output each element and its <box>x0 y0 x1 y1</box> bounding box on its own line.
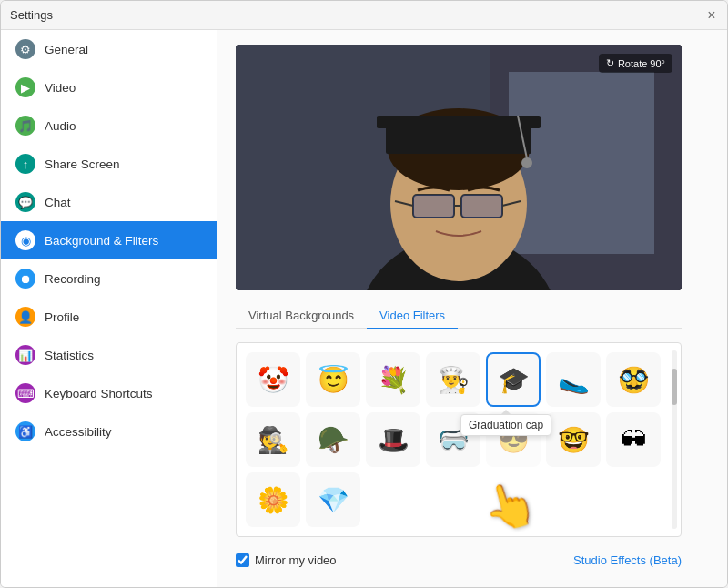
accessibility-icon: ♿ <box>15 421 35 441</box>
window-title: Settings <box>10 8 53 22</box>
mirror-label[interactable]: Mirror my video <box>236 553 337 567</box>
chat-icon: 💬 <box>15 192 35 212</box>
profile-icon: 👤 <box>15 307 35 327</box>
mirror-checkbox[interactable] <box>236 553 249 567</box>
filter-dark-shades[interactable]: 🕶 <box>606 412 661 467</box>
filter-dark-glasses[interactable]: 🤓 <box>546 412 601 467</box>
tabs-row: Virtual Backgrounds Video Filters <box>236 303 682 329</box>
sidebar-item-audio[interactable]: 🎵 Audio <box>1 106 217 145</box>
filters-container: 🤡 😇 💐 👨‍🍳 🎓 🥿 🥸 🕵️ 🪖 🎩 🥽 😎 🤓 🕶 <box>236 342 682 537</box>
sidebar-label-video: Video <box>45 81 76 95</box>
svg-rect-18 <box>461 195 502 218</box>
sidebar-item-share-screen[interactable]: ↑ Share Screen <box>1 145 217 183</box>
mirror-text: Mirror my video <box>255 553 337 567</box>
sidebar-item-chat[interactable]: 💬 Chat <box>1 183 217 221</box>
filter-clown[interactable]: 🤡 <box>246 352 300 407</box>
sidebar: ⚙ General ▶ Video 🎵 Audio ↑ Share Screen… <box>1 30 217 587</box>
sidebar-label-background: Background & Filters <box>45 234 158 248</box>
sidebar-label-chat: Chat <box>45 196 71 209</box>
sidebar-item-video[interactable]: ▶ Video <box>1 68 217 106</box>
bottom-bar: Mirror my video Studio Effects (Beta) <box>236 553 682 567</box>
filter-graduation[interactable]: 🎓 <box>486 352 541 407</box>
sidebar-item-background[interactable]: ◉ Background & Filters <box>1 221 217 259</box>
scrollbar-track[interactable] <box>672 350 677 529</box>
svg-rect-17 <box>413 195 454 218</box>
sidebar-item-profile[interactable]: 👤 Profile <box>1 298 217 336</box>
filter-hat2[interactable]: 🎩 <box>366 412 420 467</box>
sidebar-item-accessibility[interactable]: ♿ Accessibility <box>1 412 217 451</box>
filter-disguise[interactable]: 🥸 <box>606 352 661 407</box>
content-area: ⚙ General ▶ Video 🎵 Audio ↑ Share Screen… <box>1 30 727 587</box>
main-content: ↻ Rotate 90° Virtual Backgrounds Video F… <box>217 30 727 587</box>
filter-flowers[interactable]: 💐 <box>366 352 420 407</box>
filter-beret[interactable]: 🥿 <box>546 352 601 407</box>
filter-flower-crown[interactable]: 🌼 <box>246 472 300 527</box>
sidebar-label-statistics: Statistics <box>45 349 94 362</box>
tab-video-filters[interactable]: Video Filters <box>367 303 458 329</box>
sidebar-label-audio: Audio <box>45 119 76 133</box>
video-preview: ↻ Rotate 90° <box>236 45 682 290</box>
rotate-icon: ↻ <box>606 57 614 69</box>
graduation-tooltip: Graduation cap <box>460 414 551 436</box>
rotate-button[interactable]: ↻ Rotate 90° <box>599 54 672 73</box>
sidebar-label-profile: Profile <box>45 310 79 324</box>
sidebar-item-keyboard[interactable]: ⌨ Keyboard Shortcuts <box>1 374 217 412</box>
sidebar-item-general[interactable]: ⚙ General <box>1 30 217 68</box>
sidebar-item-statistics[interactable]: 📊 Statistics <box>1 336 217 374</box>
tooltip-text: Graduation cap <box>469 419 543 431</box>
share-screen-icon: ↑ <box>15 154 35 174</box>
sidebar-label-share-screen: Share Screen <box>45 157 120 171</box>
studio-effects-link[interactable]: Studio Effects (Beta) <box>573 553 682 567</box>
background-icon: ◉ <box>15 230 35 250</box>
video-placeholder <box>236 45 682 290</box>
statistics-icon: 📊 <box>15 345 35 365</box>
sidebar-label-keyboard: Keyboard Shortcuts <box>45 387 153 400</box>
svg-rect-8 <box>386 127 531 154</box>
filter-detective[interactable]: 🕵️ <box>246 412 300 467</box>
general-icon: ⚙ <box>15 39 35 59</box>
svg-rect-9 <box>377 116 541 128</box>
sidebar-item-recording[interactable]: ⏺ Recording <box>1 259 217 298</box>
tab-virtual-backgrounds[interactable]: Virtual Backgrounds <box>236 303 367 329</box>
settings-window: Settings × ⚙ General ▶ Video 🎵 Audio ↑ <box>0 0 728 588</box>
sidebar-label-recording: Recording <box>45 272 101 286</box>
video-icon: ▶ <box>15 77 35 97</box>
filters-grid: 🤡 😇 💐 👨‍🍳 🎓 🥿 🥸 🕵️ 🪖 🎩 🥽 😎 🤓 🕶 <box>246 352 672 527</box>
titlebar: Settings × <box>1 1 727 30</box>
sidebar-label-general: General <box>45 43 88 56</box>
svg-point-11 <box>521 157 532 168</box>
filter-angel[interactable]: 😇 <box>306 352 360 407</box>
close-button[interactable]: × <box>705 9 718 22</box>
filter-hat1[interactable]: 🪖 <box>306 412 360 467</box>
filter-diamond[interactable]: 💎 <box>306 472 360 527</box>
recording-icon: ⏺ <box>15 269 35 289</box>
filter-chef[interactable]: 👨‍🍳 <box>426 352 480 407</box>
audio-icon: 🎵 <box>15 116 35 136</box>
scrollbar-thumb[interactable] <box>672 369 677 405</box>
rotate-label: Rotate 90° <box>618 58 665 69</box>
video-svg <box>236 45 682 290</box>
sidebar-label-accessibility: Accessibility <box>45 425 112 439</box>
keyboard-icon: ⌨ <box>15 383 35 403</box>
